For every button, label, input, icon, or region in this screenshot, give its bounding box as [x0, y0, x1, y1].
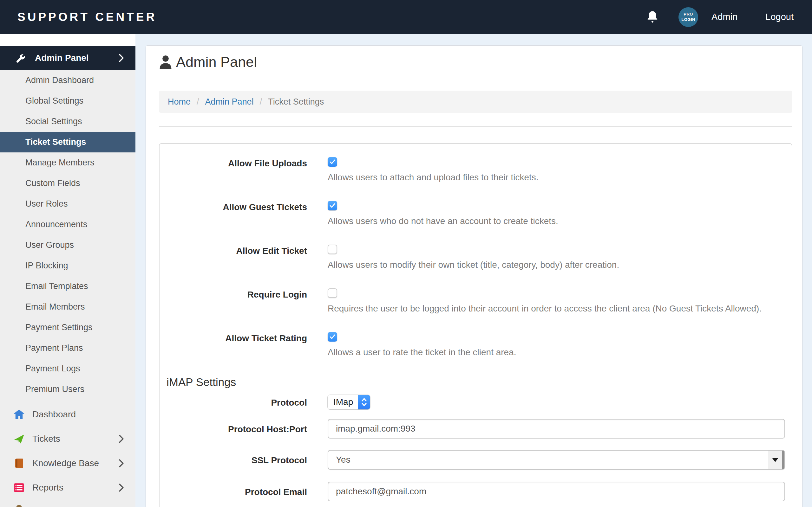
sidebar-item-label: User Groups: [26, 240, 74, 250]
title-divider: [159, 77, 792, 77]
notifications-bell-icon[interactable]: [646, 10, 659, 24]
sidebar-item-label: Email Templates: [26, 281, 88, 291]
form-row: Allow Edit Ticket Allows users to modify…: [159, 245, 792, 270]
sidebar-item-label: Payment Logs: [26, 364, 80, 374]
checkbox-allow-edit-ticket[interactable]: [328, 245, 337, 254]
sidebar-item-label: Custom Fields: [26, 178, 80, 188]
chevron-right-icon: [119, 54, 124, 62]
sidebar-item-label: Ticket Settings: [26, 137, 86, 147]
sidebar-item-announcements[interactable]: Announcements: [0, 214, 136, 235]
sidebar: Admin Panel Admin Dashboard Global Setti…: [0, 34, 136, 507]
user-silhouette-icon: [159, 55, 172, 69]
page-title: Admin Panel: [176, 54, 257, 70]
field-label: Protocol: [159, 396, 307, 408]
imap-settings-heading: iMAP Settings: [166, 376, 792, 389]
sidebar-item-label: Global Settings: [26, 96, 84, 106]
sidebar-item-label: Premium Users: [26, 384, 84, 394]
sidebar-item-label: Social Settings: [26, 117, 82, 126]
breadcrumb-home-link[interactable]: Home: [168, 97, 191, 107]
form-row: Require Login Requires the user to be lo…: [159, 288, 792, 314]
sidebar-item-label: Reports: [32, 483, 119, 493]
field-label: Allow Guest Tickets: [159, 201, 307, 226]
user-icon: [13, 504, 26, 507]
main-content-area: Admin Panel Home / Admin Panel / Ticket …: [136, 34, 812, 507]
sidebar-item-email-members[interactable]: Email Members: [0, 297, 136, 317]
sidebar-item-premium-users[interactable]: Premium Users: [0, 379, 136, 400]
field-label: Protocol Email: [159, 486, 307, 498]
breadcrumb: Home / Admin Panel / Ticket Settings: [159, 91, 792, 113]
top-navbar: SUPPORT CENTER PRO LOGIN Admin Logout: [0, 0, 812, 34]
sidebar-top-gap: [0, 34, 136, 46]
checkbox-require-login[interactable]: [328, 288, 337, 298]
logout-link[interactable]: Logout: [765, 12, 794, 22]
ticket-settings-form: Allow File Uploads Allows users to attac…: [159, 143, 792, 507]
form-row: Allow Ticket Rating Allows a user to rat…: [159, 332, 792, 357]
select-arrows-icon: [358, 395, 370, 409]
ssl-protocol-select[interactable]: Yes: [328, 450, 785, 469]
field-help-text: Allows users to modify their own ticket …: [328, 260, 785, 270]
sidebar-item-label: Admin Panel: [35, 53, 119, 63]
field-help-text: Allows users who do not have an account …: [328, 216, 785, 226]
protocol-email-input[interactable]: [328, 482, 785, 501]
checkbox-allow-file-uploads[interactable]: [328, 157, 337, 167]
field-label: Protocol Host:Port: [159, 423, 307, 435]
field-label: Require Login: [159, 288, 307, 314]
field-label: Allow Ticket Rating: [159, 332, 307, 357]
sidebar-item-label: Payment Settings: [26, 323, 93, 332]
checkbox-allow-ticket-rating[interactable]: [328, 332, 337, 342]
breadcrumb-current: Ticket Settings: [268, 97, 324, 107]
sidebar-item-manage-members[interactable]: Manage Members: [0, 153, 136, 173]
chevron-right-icon: [119, 435, 124, 443]
field-help-text: The email account the system will login …: [328, 505, 785, 507]
field-label: Allow Edit Ticket: [159, 245, 307, 270]
sidebar-item-user-groups[interactable]: User Groups: [0, 235, 136, 256]
sidebar-item-ip-blocking[interactable]: IP Blocking: [0, 256, 136, 276]
admin-menu-link[interactable]: Admin: [711, 12, 738, 22]
field-help-text: Requires the user to be logged into thei…: [328, 303, 785, 314]
sidebar-item-payment-plans[interactable]: Payment Plans: [0, 338, 136, 358]
protocol-select[interactable]: IMap: [328, 395, 370, 409]
section-divider: [159, 126, 792, 127]
sidebar-item-ticket-settings[interactable]: Ticket Settings: [0, 132, 136, 153]
sidebar-main-menu: Dashboard Tickets Knowledge Base Reports: [0, 402, 136, 507]
pro-login-badge[interactable]: PRO LOGIN: [678, 7, 698, 27]
sidebar-item-email-templates[interactable]: Email Templates: [0, 276, 136, 297]
select-dropdown-arrow-icon: [768, 451, 782, 469]
sidebar-item-label: Tickets: [32, 434, 119, 444]
chevron-right-icon: [119, 459, 124, 468]
chevron-right-icon: [119, 483, 124, 492]
sidebar-item-label: Dashboard: [32, 409, 124, 419]
sidebar-item-tickets[interactable]: Tickets: [0, 427, 136, 451]
home-icon: [13, 409, 26, 420]
sidebar-item-label: Announcements: [26, 220, 87, 229]
sidebar-item-admin-panel[interactable]: Admin Panel: [0, 46, 136, 70]
field-label: SSL Protocol: [159, 454, 307, 466]
sidebar-item-dashboard[interactable]: Dashboard: [0, 402, 136, 427]
checkbox-allow-guest-tickets[interactable]: [328, 201, 337, 210]
sidebar-item-social-settings[interactable]: Social Settings: [0, 111, 136, 132]
app-title: SUPPORT CENTER: [17, 10, 157, 24]
field-help-text: Allows a user to rate the ticket in the …: [328, 347, 785, 357]
sidebar-item-admin-dashboard[interactable]: Admin Dashboard: [0, 70, 136, 91]
sidebar-item-global-settings[interactable]: Global Settings: [0, 91, 136, 111]
sidebar-item-knowledge-base[interactable]: Knowledge Base: [0, 451, 136, 475]
sidebar-item-custom-fields[interactable]: Custom Fields: [0, 173, 136, 193]
field-label: Allow File Uploads: [159, 157, 307, 182]
breadcrumb-admin-panel-link[interactable]: Admin Panel: [205, 97, 254, 107]
sidebar-item-reports[interactable]: Reports: [0, 475, 136, 500]
sidebar-item-label: IP Blocking: [26, 261, 68, 271]
form-row: Allow File Uploads Allows users to attac…: [159, 157, 792, 182]
sidebar-item-payment-logs[interactable]: Payment Logs: [0, 358, 136, 379]
report-icon: [13, 482, 26, 493]
sidebar-item-user-roles[interactable]: User Roles: [0, 193, 136, 214]
sidebar-item-label: Payment Plans: [26, 343, 83, 353]
sidebar-item-label: Manage Members: [26, 158, 95, 168]
sidebar-submenu: Admin Dashboard Global Settings Social S…: [0, 70, 136, 400]
sidebar-item-label: Email Members: [26, 302, 85, 312]
form-row: Allow Guest Tickets Allows users who do …: [159, 201, 792, 226]
content-card: Admin Panel Home / Admin Panel / Ticket …: [146, 45, 803, 507]
sidebar-item-label: Admin Dashboard: [26, 75, 94, 85]
sidebar-item-item[interactable]: [0, 500, 136, 507]
protocol-host-port-input[interactable]: [328, 419, 785, 439]
sidebar-item-payment-settings[interactable]: Payment Settings: [0, 317, 136, 338]
